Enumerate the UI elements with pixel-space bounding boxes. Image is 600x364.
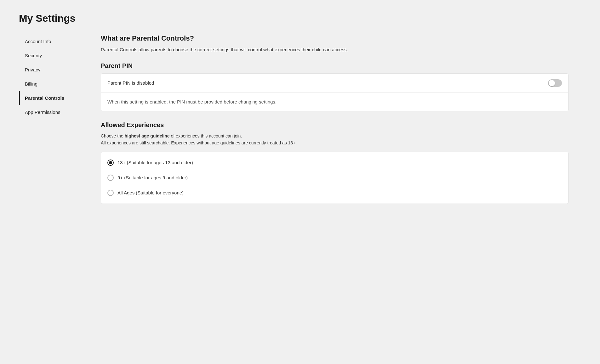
section-title: What are Parental Controls? [101, 34, 569, 42]
radio-circle-9plus [107, 175, 114, 181]
allowed-desc-line2: All experiences are still searchable. Ex… [101, 140, 297, 145]
content-layout: Account Info Security Privacy Billing Pa… [19, 34, 581, 204]
parent-pin-status: Parent PIN is disabled [107, 80, 154, 86]
sidebar-item-account-info[interactable]: Account Info [19, 34, 88, 48]
parent-pin-toggle[interactable] [548, 79, 562, 87]
sidebar-item-billing[interactable]: Billing [19, 77, 88, 91]
main-content: What are Parental Controls? Parental Con… [88, 34, 581, 204]
radio-item-allages[interactable]: All Ages (Suitable for everyone) [107, 185, 562, 200]
parent-pin-card: Parent PIN is disabled When this setting… [101, 73, 569, 112]
radio-label-9plus: 9+ (Suitable for ages 9 and older) [117, 175, 188, 180]
sidebar: Account Info Security Privacy Billing Pa… [19, 34, 88, 204]
sidebar-item-app-permissions[interactable]: App Permissions [19, 105, 88, 119]
radio-item-13plus[interactable]: 13+ (Suitable for ages 13 and older) [107, 155, 562, 170]
toggle-thumb [549, 80, 555, 86]
allowed-desc-part1: Choose the [101, 133, 125, 138]
allowed-experiences-description: Choose the highest age guideline of expe… [101, 132, 569, 147]
allowed-experiences-title: Allowed Experiences [101, 121, 569, 129]
page-wrapper: My Settings Account Info Security Privac… [0, 0, 600, 216]
radio-item-9plus[interactable]: 9+ (Suitable for ages 9 and older) [107, 170, 562, 185]
radio-circle-13plus [107, 160, 114, 166]
allowed-desc-bold: highest age guideline [125, 133, 170, 138]
radio-label-allages: All Ages (Suitable for everyone) [117, 190, 184, 195]
allowed-desc-part2: of experiences this account can join. [170, 133, 242, 138]
page-title: My Settings [19, 13, 581, 24]
toggle-track [548, 79, 562, 87]
sidebar-item-security[interactable]: Security [19, 48, 88, 63]
parent-pin-title: Parent PIN [101, 62, 569, 70]
sidebar-item-parental-controls[interactable]: Parental Controls [19, 91, 88, 105]
section-description: Parental Controls allow parents to choos… [101, 46, 569, 53]
parent-pin-helper-text: When this setting is enabled, the PIN mu… [107, 98, 562, 106]
radio-circle-allages [107, 190, 114, 196]
parent-pin-row: Parent PIN is disabled [101, 74, 568, 93]
sidebar-item-privacy[interactable]: Privacy [19, 63, 88, 77]
parent-pin-helper: When this setting is enabled, the PIN mu… [101, 93, 568, 111]
allowed-experiences-card: 13+ (Suitable for ages 13 and older) 9+ … [101, 152, 569, 204]
radio-label-13plus: 13+ (Suitable for ages 13 and older) [117, 160, 193, 165]
